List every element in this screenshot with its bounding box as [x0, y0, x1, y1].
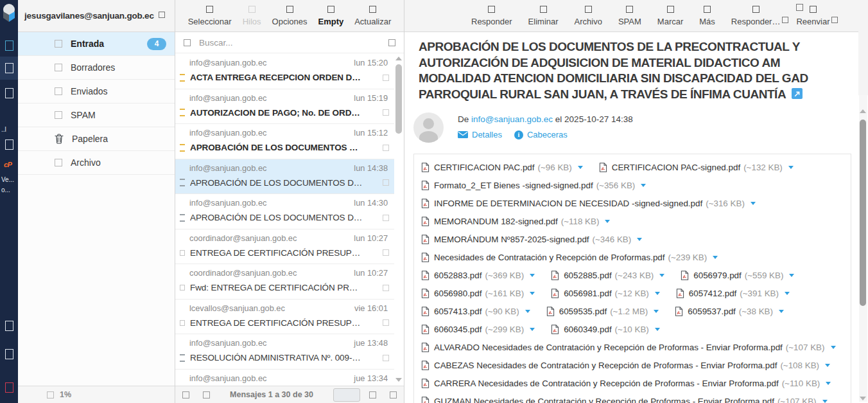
attachment-dropdown-icon[interactable] — [831, 346, 836, 349]
attachment-item[interactable]: 6056981.pdf (~12 KB) — [551, 289, 660, 298]
message-checkbox[interactable] — [383, 355, 389, 361]
message-checkbox[interactable] — [383, 285, 389, 291]
message-list-item[interactable]: coordinador@sanjuan.gob.ec lun 10:27 Fwd… — [175, 264, 394, 300]
scroll-down-arrow-icon[interactable] — [860, 397, 866, 400]
dropdown-arrow-icon[interactable] — [831, 17, 838, 23]
toolbar-button-spam[interactable]: SPAM — [618, 6, 641, 26]
attachment-dropdown-icon[interactable] — [530, 328, 535, 331]
attachment-item[interactable]: GUZMAN Necesidades de Contratación y Rec… — [421, 397, 828, 403]
toolbar-button-ms[interactable]: Más — [699, 6, 715, 26]
rail-app-icon-6[interactable] — [0, 345, 18, 364]
sender-email-link[interactable]: info@sanjuan.gob.ec — [471, 114, 553, 124]
scroll-down-arrow-icon[interactable] — [395, 378, 402, 382]
message-list-item[interactable]: info@sanjuan.gob.ec lun 14:38 APROBACIÓN… — [175, 159, 394, 195]
toolbar-button-reenviar[interactable]: Reenviar — [796, 6, 829, 26]
toolbar-button-hilos[interactable]: Hilos — [243, 6, 261, 26]
attachment-item[interactable]: MEMORÁNDUM Nº857-2025-signed.pdf (~346 K… — [421, 235, 642, 244]
attachment-dropdown-icon[interactable] — [779, 310, 784, 313]
message-checkbox[interactable] — [383, 249, 389, 256]
message-list-item[interactable]: coordinador@sanjuan.gob.ec lun 10:27 ENT… — [175, 229, 394, 265]
toolbar-button-actualizar[interactable]: Actualizar — [354, 6, 391, 26]
attachment-dropdown-icon[interactable] — [641, 184, 646, 187]
cpanel-logo[interactable]: cP — [4, 161, 12, 168]
message-checkbox[interactable] — [383, 215, 389, 221]
folder-item-spam[interactable]: SPAM — [18, 103, 175, 127]
attachment-item[interactable]: Necesidades de Contratación y Recepción … — [421, 253, 718, 262]
account-header[interactable]: jesusgavilanes@sanjuan.gob.ec — [18, 0, 175, 32]
folder-item-entrada[interactable]: Entrada 4 — [18, 32, 175, 56]
reader-scrollbar[interactable] — [859, 95, 867, 402]
message-list-item[interactable]: info@sanjuan.gob.ec lun 15:19 AUTORIZACI… — [175, 89, 394, 125]
attachment-item[interactable]: 6060349.pdf (~10 KB) — [551, 325, 660, 334]
attachment-dropdown-icon[interactable] — [751, 202, 756, 205]
message-checkbox[interactable] — [383, 75, 389, 81]
rail-app-icon-4[interactable] — [0, 135, 18, 154]
footer-next-icon[interactable] — [369, 391, 376, 399]
message-list-item[interactable]: info@sanjuan.gob.ec lun 15:12 APROBACIÓN… — [175, 124, 394, 159]
attachment-item[interactable]: MEMORANDUM 182-signed.pdf (~118 KB) — [421, 217, 610, 226]
search-options-icon[interactable] — [388, 39, 395, 46]
attachment-dropdown-icon[interactable] — [525, 310, 530, 313]
attachment-item[interactable]: INFORME DE DETERMINACION DE NECESIDAD -s… — [421, 199, 756, 208]
toolbar-button-opciones[interactable]: Opciones — [272, 6, 308, 26]
open-in-new-window-icon[interactable] — [792, 88, 803, 99]
attachment-dropdown-icon[interactable] — [605, 220, 610, 223]
message-list-item[interactable]: info@sanjuan.gob.ec lun 15:20 ACTA ENTRE… — [175, 54, 394, 89]
message-list-item[interactable]: info@sanjuan.gob.ec lun 14:30 APROBACIÓN… — [175, 194, 394, 229]
dropdown-arrow-icon[interactable] — [782, 17, 788, 23]
attachment-item[interactable]: 6052883.pdf (~369 KB) — [421, 271, 535, 280]
attachment-dropdown-icon[interactable] — [654, 310, 659, 313]
rail-app-icon-logout[interactable] — [0, 378, 18, 397]
attachment-dropdown-icon[interactable] — [785, 292, 790, 295]
folder-item-archivo[interactable]: Archivo — [18, 151, 175, 175]
message-list-item[interactable]: info@sanjuan.gob.ec jue 13:48 RESOLUCIÓN… — [175, 334, 394, 370]
scroll-up-arrow-icon[interactable] — [860, 109, 866, 113]
attachment-item[interactable]: 6056979.pdf (~559 KB) — [681, 271, 794, 280]
attachment-item[interactable]: 6057412.pdf (~391 KB) — [676, 289, 790, 298]
select-all-checkbox[interactable] — [184, 39, 191, 46]
attachment-item[interactable]: 6057413.pdf (~90 KB) — [421, 307, 530, 316]
rail-app-icon-2[interactable] — [0, 57, 18, 80]
page-input[interactable] — [333, 388, 360, 402]
message-checkbox[interactable] — [383, 179, 389, 186]
attachment-item[interactable]: CERTIFICACION PAC-signed.pdf (~132 KB) — [599, 163, 794, 172]
attachment-dropdown-icon[interactable] — [530, 274, 535, 277]
attachment-dropdown-icon[interactable] — [659, 274, 664, 277]
rail-app-icon-5[interactable] — [0, 316, 18, 336]
scrollbar-thumb[interactable] — [395, 64, 402, 134]
attachment-item[interactable]: 6056980.pdf (~161 KB) — [421, 289, 535, 298]
folder-item-papelera[interactable]: Papelera — [18, 127, 175, 151]
message-list-item[interactable]: lcevallos@sanjuan.gob.ec vie 16:01 ENTRE… — [175, 300, 394, 335]
rail-app-icon-3[interactable] — [0, 84, 18, 103]
attachment-item[interactable]: 6060345.pdf (~299 KB) — [421, 325, 535, 334]
folder-item-borradores[interactable]: Borradores — [18, 56, 175, 80]
scrollbar-thumb[interactable] — [860, 120, 866, 306]
toolbar-button-responder[interactable]: Responder — [471, 6, 512, 26]
attachment-item[interactable]: 6059537.pdf (~38 KB) — [675, 307, 784, 316]
attachment-item[interactable]: Formato_2_ET Bienes -signed-signed.pdf (… — [421, 181, 646, 190]
footer-prev-page-icon[interactable] — [182, 391, 189, 399]
attachment-dropdown-icon[interactable] — [578, 166, 583, 169]
footer-next-page-icon[interactable] — [390, 391, 397, 399]
attachment-item[interactable]: 6052885.pdf (~243 KB) — [551, 271, 664, 280]
webmail-logo-icon[interactable] — [1, 3, 17, 24]
folder-item-enviados[interactable]: Enviados — [18, 80, 175, 103]
toolbar-button-seleccionar[interactable]: Seleccionar — [188, 6, 232, 26]
toolbar-button-eliminar[interactable]: Eliminar — [528, 6, 559, 26]
message-list-scrollbar[interactable] — [395, 55, 403, 383]
attachment-dropdown-icon[interactable] — [826, 382, 831, 385]
toolbar-button-empty[interactable]: Empty — [318, 6, 343, 26]
account-dropdown-icon[interactable] — [159, 12, 165, 18]
attachment-dropdown-icon[interactable] — [655, 328, 660, 331]
search-input[interactable] — [198, 37, 383, 48]
attachment-item[interactable]: CABEZAS Necesidades de Contratación y Re… — [421, 361, 830, 370]
message-checkbox[interactable] — [383, 109, 389, 116]
scroll-up-arrow-icon[interactable] — [395, 57, 402, 60]
attachment-dropdown-icon[interactable] — [637, 238, 642, 241]
attachment-dropdown-icon[interactable] — [713, 256, 718, 259]
attachment-item[interactable]: 6059535.pdf (~1.2 MB) — [546, 307, 659, 316]
attachment-item[interactable]: CARRERA Necesidades de Contratación y Re… — [421, 379, 831, 388]
attachment-dropdown-icon[interactable] — [530, 292, 535, 295]
attachment-dropdown-icon[interactable] — [822, 400, 828, 403]
toolbar-button-responder[interactable]: Responder… — [731, 6, 781, 26]
